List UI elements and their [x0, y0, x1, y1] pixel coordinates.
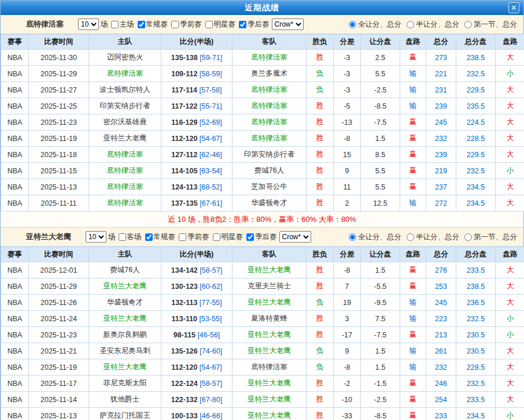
date-cell: 2025-11-29 [29, 66, 89, 82]
spread-cell: 赢 [400, 262, 426, 278]
table-header-row: 赛事 比赛时间 主队 比分(半场) 客队 胜负 分差 让分盘 盘路 总分 总分盘… [1, 247, 524, 262]
col-score: 比分(半场) [161, 247, 233, 262]
allstar-checkbox[interactable] [205, 21, 213, 28]
playoffs-filter[interactable]: 季后赛 [236, 20, 270, 29]
away-cell: 底特律活塞 [233, 98, 307, 114]
allstar-filter[interactable]: 明星赛 [202, 20, 236, 29]
home-cell: 华盛顿奇才 [89, 295, 161, 311]
result-cell: 胜 [307, 114, 334, 131]
regular-season-filter[interactable]: 常规赛 [142, 232, 176, 242]
recent-results-dialog: 近期战绩 ✕ 底特律活塞 10 场 主场 常规赛 季前赛 [0, 0, 524, 420]
total-cell: 272 [426, 195, 456, 211]
half-handicap-radio-item[interactable]: 半让分、总分 [407, 20, 459, 29]
half-handicap-radio[interactable] [407, 21, 414, 28]
diff-cell: 3 [334, 311, 361, 327]
result-cell: 胜 [307, 131, 334, 147]
total-cell: 219 [426, 163, 456, 179]
total-cell: 245 [426, 295, 456, 311]
preseason-filter[interactable]: 季前赛 [168, 20, 202, 29]
ou-cell: 小 [496, 163, 524, 179]
game-row: NBA2025-11-26华盛顿奇才132-113 [77-55]亚特兰大老鹰负… [1, 295, 524, 311]
ou-cell: 大 [496, 50, 524, 66]
result-cell: 负 [307, 359, 334, 376]
handicap-cell: 1.5 [361, 343, 400, 359]
home-cell: 亚特兰大老鹰 [89, 278, 161, 295]
handicap-cell: -7.5 [361, 327, 400, 343]
game-row: NBA2025-11-19亚特兰大老鹰112-120 [54-67]底特律活塞胜… [1, 131, 524, 147]
preseason-filter[interactable]: 季前赛 [176, 232, 209, 242]
preseason-checkbox[interactable] [179, 233, 186, 241]
first-quarter-radio-item[interactable]: 第一节、总分 [464, 20, 517, 29]
ou-cell: 小 [496, 311, 524, 327]
total-line-cell: 229.5 [456, 82, 496, 98]
games-count-select[interactable]: 10 [78, 18, 99, 30]
score-cell: 114-105 [63-54] [161, 163, 233, 179]
handicap-cell: 7.5 [361, 311, 400, 327]
away-cell: 亚特兰大老鹰 [233, 408, 307, 420]
first-quarter-radio-item[interactable]: 第一节、总分 [464, 232, 517, 242]
venue-checkbox[interactable] [111, 21, 119, 28]
regular-season-filter[interactable]: 常规赛 [135, 20, 168, 29]
ou-cell: 小 [496, 327, 524, 343]
home-cell: 亚特兰大老鹰 [89, 359, 161, 376]
game-row: NBA2025-11-21圣安东尼奥马刺135-126 [74-60]亚特兰大老… [1, 343, 524, 359]
ou-cell: 大 [496, 195, 524, 211]
col-result: 胜负 [307, 247, 334, 262]
games-count-select[interactable]: 10 [86, 231, 106, 243]
regular-season-checkbox[interactable] [138, 21, 145, 28]
first-quarter-radio[interactable] [464, 21, 472, 28]
allstar-checkbox[interactable] [213, 233, 220, 241]
result-cell: 胜 [307, 163, 334, 179]
venue-label: 主场 [120, 20, 134, 29]
handicap-cell: -9.5 [361, 295, 400, 311]
result-cell: 负 [307, 82, 334, 98]
odds-source-select[interactable]: Crow* [272, 18, 304, 30]
game-row: NBA2025-11-17菲尼克斯太阳122-124 [58-57]亚特兰大老鹰… [1, 376, 524, 392]
ou-cell: 大 [496, 278, 524, 295]
half-handicap-radio[interactable] [407, 233, 414, 241]
first-quarter-label: 第一节、总分 [474, 20, 517, 29]
score-cell: 137-135 [67-61] [161, 195, 233, 211]
venue-filter[interactable]: 主场 [108, 20, 134, 29]
regular-season-label: 常规赛 [146, 20, 168, 29]
playoffs-checkbox[interactable] [246, 233, 254, 241]
spread-cell: 赢 [400, 392, 426, 408]
allstar-filter[interactable]: 明星赛 [210, 232, 243, 242]
handicap-cell: -5.5 [361, 278, 400, 295]
preseason-checkbox[interactable] [171, 21, 179, 28]
score-cell: 135-126 [74-60] [161, 343, 233, 359]
full-handicap-radio[interactable] [349, 21, 356, 28]
odds-source-select[interactable]: Crow* [279, 231, 311, 243]
venue-checkbox[interactable] [119, 233, 126, 241]
dialog-title: 近期战绩 [245, 3, 279, 13]
full-handicap-radio[interactable] [349, 233, 356, 241]
away-cell: 亚特兰大老鹰 [233, 343, 307, 359]
col-total-line: 总分盘 [456, 35, 496, 50]
odds-mode-radio-group: 全让分、总分 半让分、总分 第一节、总分 [349, 20, 518, 29]
away-cell: 亚特兰大老鹰 [233, 295, 307, 311]
spread-cell: 输 [400, 82, 426, 98]
result-cell: 胜 [307, 278, 334, 295]
games-suffix-label: 场 [108, 232, 116, 242]
regular-season-checkbox[interactable] [145, 233, 153, 241]
away-cell: 亚特兰大老鹰 [233, 327, 307, 343]
playoffs-checkbox[interactable] [239, 21, 246, 28]
full-handicap-radio-item[interactable]: 全让分、总分 [349, 20, 401, 29]
ou-cell: 大 [496, 262, 524, 278]
close-button[interactable]: ✕ [508, 2, 519, 13]
total-line-cell: 232.5 [456, 376, 496, 392]
playoffs-filter[interactable]: 季后赛 [243, 232, 277, 242]
half-handicap-radio-item[interactable]: 半让分、总分 [407, 232, 459, 242]
league-cell: NBA [1, 408, 29, 420]
full-handicap-radio-item[interactable]: 全让分、总分 [349, 232, 401, 242]
ou-cell: 大 [496, 343, 524, 359]
venue-filter[interactable]: 客场 [116, 232, 142, 242]
result-cell: 胜 [307, 327, 334, 343]
col-total: 总分 [426, 35, 456, 50]
spread-cell: 赢 [400, 147, 426, 163]
result-cell: 胜 [307, 179, 334, 195]
handicap-cell: -8.5 [361, 408, 400, 420]
first-quarter-radio[interactable] [464, 233, 472, 241]
handicap-cell: 12.5 [361, 195, 400, 211]
ou-cell: 大 [496, 114, 524, 131]
